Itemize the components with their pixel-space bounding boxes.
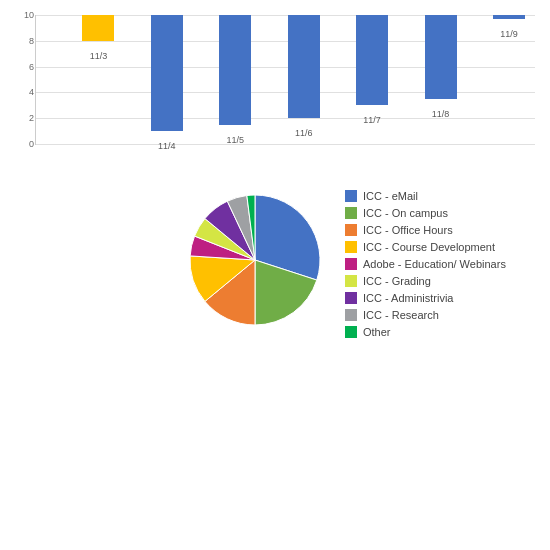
bar-group: 11/7 (320, 15, 388, 144)
x-label: 11/6 (295, 128, 313, 138)
y-axis-label: 6 (12, 62, 34, 72)
bar-11/7: 11/7 (356, 15, 388, 105)
legend-item: Adobe - Education/ Webinars (345, 258, 535, 270)
x-label: 11/9 (500, 29, 518, 39)
legend-color-box (345, 241, 357, 253)
bar-chart: 11/311/411/511/611/711/811/9 1086420 (10, 10, 540, 170)
legend-label: ICC - eMail (363, 190, 418, 202)
bar-11/8: 11/8 (425, 15, 457, 99)
legend-color-box (345, 309, 357, 321)
legend-item: ICC - Administrivia (345, 292, 535, 304)
y-axis-label: 4 (12, 87, 34, 97)
legend-color-box (345, 258, 357, 270)
y-axis-label: 0 (12, 139, 34, 149)
bar-group: 11/3 (46, 15, 114, 144)
legend-label: ICC - Course Development (363, 241, 495, 253)
pie-chart (185, 190, 325, 330)
legend-item: ICC - eMail (345, 190, 535, 202)
y-axis-label: 10 (12, 10, 34, 20)
bar-11/6: 11/6 (288, 15, 320, 118)
x-label: 11/7 (363, 115, 381, 125)
legend-label: ICC - Office Hours (363, 224, 453, 236)
legend-label: ICC - On campus (363, 207, 448, 219)
bar-group: 11/6 (251, 15, 319, 144)
bar-11/9: 11/9 (493, 15, 525, 19)
bar-11/4: 11/4 (151, 15, 183, 131)
x-label: 11/8 (432, 109, 450, 119)
y-axis-label: 2 (12, 113, 34, 123)
bars-container: 11/311/411/511/611/711/811/9 (36, 15, 535, 144)
legend-color-box (345, 275, 357, 287)
legend: ICC - eMailICC - On campusICC - Office H… (340, 180, 540, 348)
pie-chart-section (180, 180, 330, 348)
legend-label: Adobe - Education/ Webinars (363, 258, 506, 270)
legend-color-box (345, 190, 357, 202)
x-label: 11/4 (158, 141, 176, 151)
bar-group: 11/4 (114, 15, 182, 144)
legend-item: Other (345, 326, 535, 338)
legend-item: ICC - Grading (345, 275, 535, 287)
total-time-section (10, 180, 170, 348)
bar-group: 11/9 (457, 15, 525, 144)
legend-item: ICC - Course Development (345, 241, 535, 253)
legend-item: ICC - Research (345, 309, 535, 321)
legend-item: ICC - On campus (345, 207, 535, 219)
bar-group: 11/5 (183, 15, 251, 144)
legend-color-box (345, 292, 357, 304)
bar-group: 11/8 (388, 15, 456, 144)
y-axis-label: 8 (12, 36, 34, 46)
x-label: 11/3 (90, 51, 108, 61)
legend-label: ICC - Grading (363, 275, 431, 287)
legend-label: ICC - Administrivia (363, 292, 453, 304)
bar-11/3: 11/3 (82, 15, 114, 41)
legend-label: Other (363, 326, 391, 338)
legend-label: ICC - Research (363, 309, 439, 321)
x-label: 11/5 (227, 135, 245, 145)
legend-color-box (345, 224, 357, 236)
legend-color-box (345, 207, 357, 219)
lower-section: ICC - eMailICC - On campusICC - Office H… (10, 180, 540, 348)
legend-item: ICC - Office Hours (345, 224, 535, 236)
bar-11/5: 11/5 (219, 15, 251, 125)
chart-area: 11/311/411/511/611/711/811/9 1086420 (35, 15, 535, 145)
legend-color-box (345, 326, 357, 338)
